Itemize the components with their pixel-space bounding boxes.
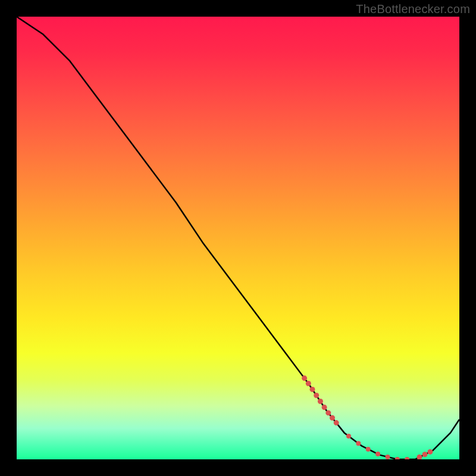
curve-marker — [314, 393, 319, 398]
curve-marker — [310, 387, 315, 392]
curve-marker — [318, 399, 323, 404]
curve-marker — [417, 455, 422, 459]
curve-marker — [334, 420, 339, 425]
curve-marker — [322, 405, 327, 410]
curve-marker — [427, 449, 433, 455]
plot-area — [17, 17, 459, 459]
curve-marker — [302, 375, 307, 381]
curve-marker — [346, 434, 351, 439]
curve-marker — [366, 447, 371, 452]
curve-marker — [375, 452, 380, 456]
curve-marker — [306, 381, 311, 386]
bottleneck-curve — [17, 17, 459, 459]
watermark-text: TheBottlenecker.com — [356, 2, 470, 16]
curve-marker — [422, 452, 428, 457]
curve-marker — [386, 455, 390, 459]
curve-marker — [330, 415, 335, 421]
curve-marker — [325, 410, 331, 415]
curve-svg — [17, 17, 459, 459]
curve-marker — [356, 441, 361, 446]
curve-marker — [405, 457, 409, 459]
curve-marker — [395, 457, 400, 459]
chart-container: TheBottlenecker.com — [0, 0, 476, 476]
